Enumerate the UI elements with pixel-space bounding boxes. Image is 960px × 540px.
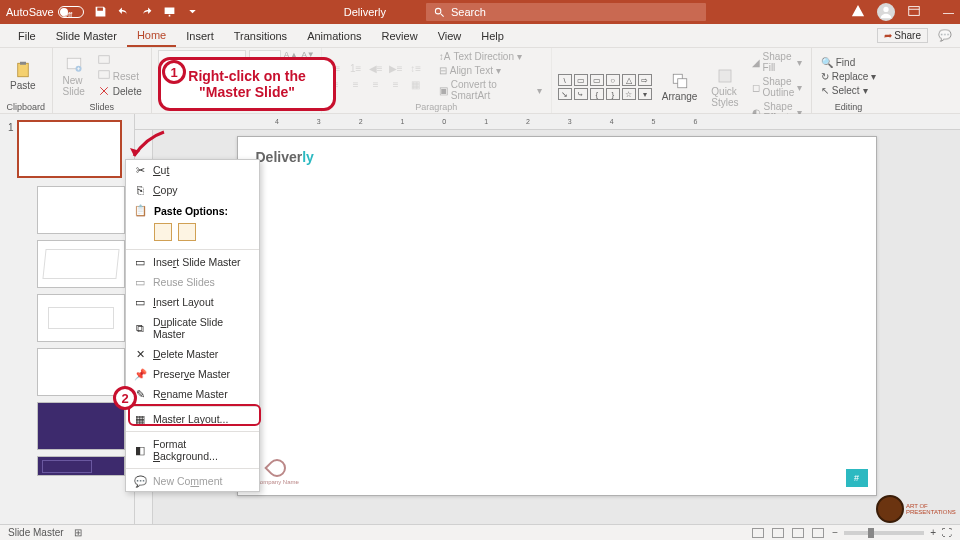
layout-button[interactable] [95,54,145,68]
paste-option-keep[interactable] [178,223,196,241]
comments-icon[interactable]: 💬 [938,29,952,42]
shapes-gallery[interactable]: \ ▭ ▭ ○ △ ⇨ ↘ ⤷ { } ☆ ▾ [558,74,652,100]
sorter-view-icon[interactable] [772,528,784,538]
menu-copy[interactable]: ⎘Copy [126,180,259,200]
layout-thumbnail-6[interactable] [37,456,125,476]
document-title[interactable]: Deliverly [344,6,386,18]
tab-home[interactable]: Home [127,24,176,47]
reset-button[interactable]: Reset [95,69,145,83]
warning-icon[interactable] [851,4,865,20]
align-text-button[interactable]: ⊟Align Text ▾ [436,64,545,77]
minimize-icon[interactable]: — [943,6,954,18]
paste-button[interactable]: Paste [6,59,40,93]
master-slide-thumbnail[interactable]: 1 [17,120,122,178]
arrange-button[interactable]: Arrange [658,70,702,104]
slide-canvas-background[interactable]: Deliverly Company Name # [153,130,960,524]
menu-master-layout[interactable]: ▦Master Layout... [126,409,259,429]
toggle-switch-icon[interactable]: Off [58,6,84,18]
zoom-in-icon[interactable]: + [930,527,936,538]
shape-fill-button[interactable]: ◢Shape Fill ▾ [749,50,806,74]
horizontal-ruler[interactable]: 4 3 2 1 0 1 2 3 4 5 6 [135,114,960,130]
layout-thumbnail-1[interactable] [37,186,125,234]
delete-button[interactable]: Delete [95,84,145,98]
fit-to-window-icon[interactable]: ⛶ [942,527,952,538]
shape-rect2-icon[interactable]: ▭ [590,74,604,86]
undo-icon[interactable] [117,5,130,20]
new-slide-button[interactable]: New Slide [59,54,89,99]
accessibility-icon[interactable]: ⊞ [74,527,82,538]
ribbon-display-icon[interactable] [907,4,921,20]
replace-button[interactable]: ↻Replace ▾ [818,70,880,83]
layout-thumbnail-2[interactable] [37,240,125,288]
align-right-icon[interactable]: ≡ [368,77,384,91]
align-center-icon[interactable]: ≡ [348,77,364,91]
menu-duplicate-slide-master[interactable]: ⧉Duplicate Slide Master [126,312,259,344]
tab-transitions[interactable]: Transitions [224,24,297,47]
shape-outline-button[interactable]: ◻Shape Outline ▾ [749,75,806,99]
autosave-toggle[interactable]: AutoSave Off [6,6,84,18]
shape-oval-icon[interactable]: ○ [606,74,620,86]
line-spacing-icon[interactable]: ↕≡ [408,61,424,75]
reading-view-icon[interactable] [792,528,804,538]
decrease-indent-icon[interactable]: ◀≡ [368,61,384,75]
slide-canvas[interactable]: Deliverly Company Name # [237,136,877,496]
select-button[interactable]: ↖Select ▾ [818,84,880,97]
menu-preserve-master[interactable]: 📌Preserve Master [126,364,259,384]
shape-star-icon[interactable]: ☆ [622,88,636,100]
user-avatar[interactable] [877,3,895,21]
redo-icon[interactable] [140,5,153,20]
layout-thumbnail-4[interactable] [37,348,125,396]
tab-slide-master[interactable]: Slide Master [46,24,127,47]
brand-text[interactable]: Deliverly [256,149,314,165]
tab-help[interactable]: Help [471,24,514,47]
normal-view-icon[interactable] [752,528,764,538]
shape-tri-icon[interactable]: △ [622,74,636,86]
shape-conn-icon[interactable]: ⤷ [574,88,588,100]
cut-icon: ✂ [134,164,146,176]
svg-rect-3 [18,63,29,77]
logo-swirl-icon [264,455,289,480]
slideshow-icon[interactable] [163,5,176,20]
paste-option-theme[interactable] [154,223,172,241]
increase-indent-icon[interactable]: ▶≡ [388,61,404,75]
menu-rename-master[interactable]: ✎Rename Master [126,384,259,404]
text-direction-button[interactable]: ↕AText Direction ▾ [436,50,545,63]
shape-line2-icon[interactable]: ↘ [558,88,572,100]
shape-brace2-icon[interactable]: } [606,88,620,100]
quick-styles-button[interactable]: Quick Styles [707,65,742,110]
watermark-badge-icon [876,495,904,523]
menu-delete-master[interactable]: ✕Delete Master [126,344,259,364]
shape-arrow-icon[interactable]: ⇨ [638,74,652,86]
tab-animations[interactable]: Animations [297,24,371,47]
share-button[interactable]: ➦ Share [877,28,928,43]
menu-insert-slide-master[interactable]: ▭Insert Slide Master [126,252,259,272]
save-icon[interactable] [94,5,107,20]
slideshow-view-icon[interactable] [812,528,824,538]
tab-insert[interactable]: Insert [176,24,224,47]
shape-more-icon[interactable]: ▾ [638,88,652,100]
qat-dropdown-icon[interactable] [186,5,199,20]
search-box[interactable]: Search [426,3,706,21]
zoom-slider[interactable] [844,531,924,535]
slide-thumbnails-panel[interactable]: 1 [0,114,135,524]
find-button[interactable]: 🔍Find [818,56,880,69]
columns-icon[interactable]: ▦ [408,77,424,91]
slide-number-badge[interactable]: # [846,469,868,487]
menu-format-background[interactable]: ◧Format Background... [126,434,259,466]
shape-brace-icon[interactable]: { [590,88,604,100]
shape-line-icon[interactable]: \ [558,74,572,86]
zoom-out-icon[interactable]: − [832,527,838,538]
shape-rect-icon[interactable]: ▭ [574,74,588,86]
layout-thumbnail-5[interactable] [37,402,125,450]
tab-view[interactable]: View [428,24,472,47]
menu-insert-layout[interactable]: ▭Insert Layout [126,292,259,312]
justify-icon[interactable]: ≡ [388,77,404,91]
quick-access-toolbar [94,5,199,20]
svg-rect-15 [719,70,731,82]
layout-thumbnail-3[interactable] [37,294,125,342]
tab-review[interactable]: Review [372,24,428,47]
tab-file[interactable]: File [8,24,46,47]
numbering-icon[interactable]: 1≡ [348,61,364,75]
convert-smartart-button[interactable]: ▣Convert to SmartArt ▾ [436,78,545,102]
company-logo[interactable]: Company Name [256,459,299,485]
